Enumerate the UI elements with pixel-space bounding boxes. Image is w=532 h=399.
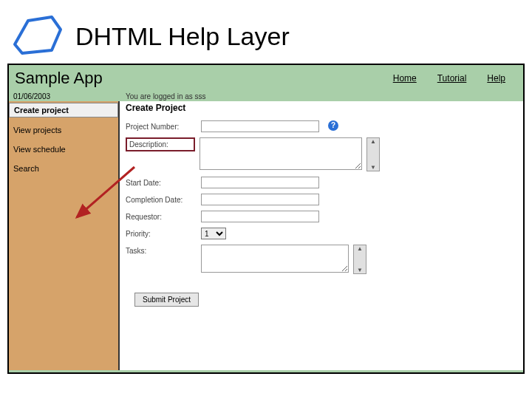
label-start-date: Start Date: [126, 177, 197, 187]
info-strip: 01/06/2003 You are logged in as sss [9, 92, 523, 101]
input-description[interactable] [200, 137, 362, 170]
content-area: Create Project Project Number: ? Descrip… [120, 101, 523, 370]
app-header: Sample App Home Tutorial Help [9, 65, 523, 92]
label-description: Description: [126, 137, 195, 151]
label-priority: Priority: [126, 228, 197, 238]
scrollbar-icon: ▲▼ [353, 245, 366, 274]
leftnav-create-project[interactable]: Create project [9, 103, 118, 117]
left-nav: Create project View projects View schedu… [9, 101, 120, 370]
nav-help[interactable]: Help [487, 73, 505, 83]
leftnav-view-projects[interactable]: View projects [9, 123, 118, 137]
help-icon[interactable]: ? [328, 120, 338, 131]
leftnav-search[interactable]: Search [9, 162, 118, 175]
input-tasks[interactable] [201, 245, 349, 273]
input-completion-date[interactable] [201, 194, 319, 205]
scrollbar-icon: ▲▼ [366, 137, 380, 171]
select-priority[interactable]: 1 [201, 228, 226, 239]
app-window: Sample App Home Tutorial Help 01/06/2003… [7, 64, 525, 374]
label-completion-date: Completion Date: [126, 194, 197, 204]
info-date: 01/06/2003 [13, 92, 120, 100]
input-requestor[interactable] [201, 211, 319, 222]
form-heading: Create Project [126, 103, 517, 113]
slide-logo-icon [7, 15, 66, 58]
input-start-date[interactable] [201, 177, 319, 188]
app-name: Sample App [12, 69, 393, 88]
label-tasks: Tasks: [126, 245, 197, 255]
nav-tutorial[interactable]: Tutorial [437, 73, 467, 83]
input-project-number[interactable] [201, 120, 319, 132]
nav-home[interactable]: Home [393, 73, 417, 83]
slide-title: DHTML Help Layer [75, 22, 290, 51]
login-message: You are logged in as sss [126, 92, 206, 100]
top-nav: Home Tutorial Help [393, 73, 520, 83]
submit-button[interactable]: Submit Project [134, 293, 199, 307]
label-requestor: Requestor: [126, 211, 197, 221]
leftnav-view-schedule[interactable]: View schedule [9, 143, 118, 156]
label-project-number: Project Number: [126, 120, 197, 131]
